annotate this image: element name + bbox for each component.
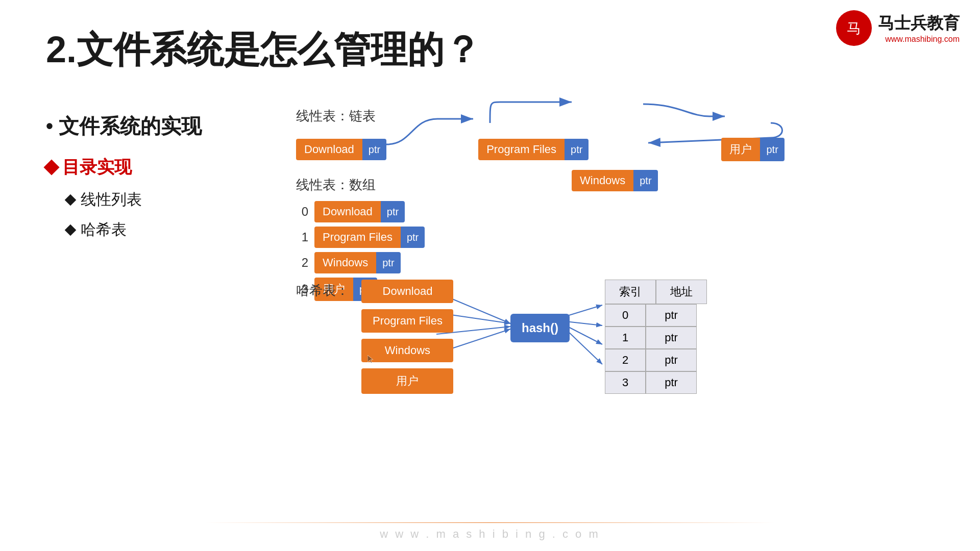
hash-input-download: Download xyxy=(361,280,453,303)
svg-line-6 xyxy=(566,305,602,316)
diamond-icon xyxy=(43,159,59,175)
programfiles-array-ptr: ptr xyxy=(401,227,425,248)
footer: w w w . m a s h i b i n g . c o m xyxy=(0,528,980,541)
hash-addr-3: ptr xyxy=(646,371,697,394)
hash-row-2: 2 ptr xyxy=(605,349,707,371)
list-item: 线性列表 xyxy=(66,189,202,210)
hash-label: 哈希表： xyxy=(296,283,349,298)
svg-text:马: 马 xyxy=(847,20,861,36)
download-array-label: Download xyxy=(314,201,381,222)
table-row: 0 Download ptr xyxy=(296,201,425,222)
hash-addr-2: ptr xyxy=(646,349,697,371)
bullet-diamond-icon xyxy=(65,194,77,206)
svg-line-7 xyxy=(566,321,602,325)
logo-text: 马士兵教育 www.mashibing.com xyxy=(878,12,960,44)
download-label: Download xyxy=(296,139,362,160)
windows-node: Windows ptr xyxy=(572,170,658,191)
hash-index-3: 3 xyxy=(605,371,646,394)
hash-output-table: 索引 地址 0 ptr 1 ptr 2 ptr 3 ptr xyxy=(605,280,707,394)
download-node: Download ptr xyxy=(296,139,386,160)
hash-row-3: 3 ptr xyxy=(605,371,707,394)
programfiles-node: Program Files ptr xyxy=(478,139,589,160)
list-item: 哈希表 xyxy=(66,219,202,240)
windows-array-label: Windows xyxy=(314,252,376,273)
hash-index-0: 0 xyxy=(605,304,646,327)
programfiles-ptr: ptr xyxy=(565,139,589,160)
yonghu-node: 用户 ptr xyxy=(721,138,784,161)
sub-title: 目录实现 xyxy=(46,156,202,179)
logo-name: 马士兵教育 xyxy=(878,12,960,35)
hash-addr-1: ptr xyxy=(646,327,697,349)
hash-table-header: 索引 地址 xyxy=(605,280,707,304)
arrow-download-programfiles xyxy=(386,134,478,165)
index-2: 2 xyxy=(296,256,308,270)
windows-ptr: ptr xyxy=(633,170,657,191)
linked-list-label: 线性表：链表 xyxy=(296,107,785,125)
yonghu-ptr: ptr xyxy=(760,138,784,161)
hash-row-1: 1 ptr xyxy=(605,327,707,349)
programfiles-label: Program Files xyxy=(478,139,565,160)
index-0: 0 xyxy=(296,205,308,219)
left-panel: 文件系统的实现 目录实现 线性列表 哈希表 xyxy=(46,112,202,249)
table-row: 1 Program Files ptr xyxy=(296,227,425,248)
svg-marker-13 xyxy=(368,355,373,363)
bullet-diamond-icon xyxy=(65,224,77,236)
programfiles-array-label: Program Files xyxy=(314,227,401,248)
hash-row-0: 0 ptr xyxy=(605,304,707,327)
index-1: 1 xyxy=(296,230,308,244)
svg-line-8 xyxy=(566,325,602,344)
logo: 马 马士兵教育 www.mashibing.com xyxy=(836,10,960,46)
hash-index-2: 2 xyxy=(605,349,646,371)
download-array-node: Download ptr xyxy=(314,201,405,222)
table-row: 2 Windows ptr xyxy=(296,252,425,273)
header-addr: 地址 xyxy=(656,280,707,304)
windows-array-ptr: ptr xyxy=(376,252,400,273)
windows-array-node: Windows ptr xyxy=(314,252,401,273)
hash-addr-0: ptr xyxy=(646,304,697,327)
hash-input-programfiles: Program Files xyxy=(361,309,453,333)
footer-line xyxy=(204,522,776,523)
windows-label: Windows xyxy=(572,170,633,191)
hash-index-1: 1 xyxy=(605,327,646,349)
programfiles-array-node: Program Files ptr xyxy=(314,227,425,248)
bullet-list: 线性列表 哈希表 xyxy=(66,189,202,240)
hash-section: 哈希表： Download Program Files Windows 用户 xyxy=(296,280,453,394)
hash-function-box: hash() xyxy=(510,314,570,342)
yonghu-label: 用户 xyxy=(721,138,760,161)
hash-input-yonghu: 用户 xyxy=(361,368,453,394)
array-label: 线性表：数组 xyxy=(296,176,425,194)
section-title: 文件系统的实现 xyxy=(46,112,202,140)
logo-icon: 马 xyxy=(836,10,872,46)
header-index: 索引 xyxy=(605,280,656,304)
svg-line-3 xyxy=(444,314,510,323)
logo-url: www.mashibing.com xyxy=(878,35,960,44)
download-ptr: ptr xyxy=(362,139,386,160)
page-title: 2.文件系统是怎么管理的？ xyxy=(46,26,481,74)
cursor xyxy=(368,355,376,363)
download-array-ptr: ptr xyxy=(381,201,405,222)
svg-line-9 xyxy=(566,329,602,364)
